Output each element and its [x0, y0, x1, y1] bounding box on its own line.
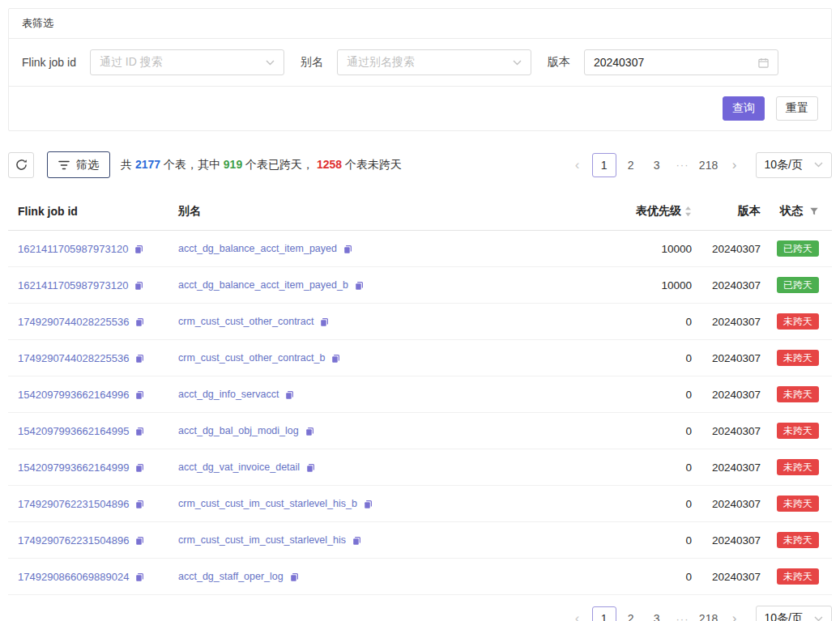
page-number-1[interactable]: 1 — [592, 606, 616, 621]
row-id-link[interactable]: 1749290744028225536 — [18, 316, 129, 328]
status-badge: 未跨天 — [777, 568, 819, 585]
cell-flink-job-id: 1542097993662164999 — [18, 461, 178, 474]
status-badge: 未跨天 — [777, 459, 819, 475]
row-version: 20240307 — [692, 534, 761, 547]
copy-icon[interactable] — [284, 389, 295, 400]
chevron-down-icon — [266, 60, 275, 66]
copy-icon[interactable] — [363, 499, 373, 509]
query-button[interactable]: 查询 — [723, 96, 765, 121]
copy-icon[interactable] — [134, 317, 145, 327]
row-alias-link[interactable]: acct_dg_vat_invoice_detail — [178, 461, 300, 473]
refresh-icon — [15, 159, 28, 171]
header-priority[interactable]: 表优先级 — [595, 204, 692, 219]
copy-icon[interactable] — [134, 572, 145, 582]
row-alias-link[interactable]: acct_dg_balance_acct_item_payed — [178, 243, 337, 254]
filter-button[interactable]: 筛选 — [47, 151, 110, 178]
summary-part: 个表未跨天 — [342, 158, 402, 171]
filter-lines-icon — [58, 160, 70, 170]
cell-flink-job-id: 1749290744028225536 — [18, 352, 178, 364]
row-priority: 0 — [595, 571, 692, 583]
pagination-top: ‹ 1 2 3 ··· 218 › 10条/页 — [565, 152, 832, 178]
copy-icon[interactable] — [330, 353, 341, 364]
page-number-3[interactable]: 3 — [646, 153, 668, 177]
cell-flink-job-id: 1749290762231504896 — [18, 498, 178, 510]
row-alias-link[interactable]: acct_dg_info_servacct — [178, 389, 279, 400]
row-version: 20240307 — [692, 279, 761, 291]
row-id-link[interactable]: 1749290762231504896 — [18, 534, 129, 547]
page-size-select[interactable]: 10条/页 — [756, 152, 832, 178]
cell-status: 未跨天 — [761, 350, 819, 366]
page-number-last[interactable]: 218 — [697, 606, 720, 621]
row-id-link[interactable]: 1542097993662164996 — [18, 389, 129, 401]
row-id-link[interactable]: 1749290744028225536 — [18, 352, 129, 364]
copy-icon[interactable] — [319, 317, 330, 327]
row-version: 20240307 — [692, 389, 761, 401]
copy-icon[interactable] — [134, 280, 144, 291]
page-size-select[interactable]: 10条/页 — [756, 606, 832, 621]
page-number-last[interactable]: 218 — [697, 153, 720, 177]
page-number-2[interactable]: 2 — [620, 153, 642, 177]
copy-icon[interactable] — [343, 244, 353, 254]
row-id-link[interactable]: 1749290762231504896 — [18, 498, 129, 510]
row-id-link[interactable]: 1621411705987973120 — [18, 243, 128, 255]
cell-alias: crm_cust_cust_im_cust_starlevel_his_b — [178, 498, 595, 509]
row-alias-link[interactable]: crm_cust_cust_im_cust_starlevel_his_b — [178, 498, 357, 509]
flink-job-id-select[interactable]: 通过 ID 搜索 — [90, 49, 284, 75]
cell-alias: crm_cust_cust_im_cust_starlevel_his — [178, 534, 595, 546]
row-alias-link[interactable]: acct_dg_balance_acct_item_payed_b — [178, 279, 348, 291]
row-id-link[interactable]: 1621411705987973120 — [18, 279, 128, 291]
copy-icon[interactable] — [134, 389, 145, 400]
row-id-link[interactable]: 1749290866069889024 — [18, 571, 129, 583]
page-number-1[interactable]: 1 — [592, 153, 616, 177]
copy-icon[interactable] — [134, 499, 145, 509]
copy-icon[interactable] — [352, 535, 362, 546]
summary-text: 共 2177 个表，其中 919 个表已跨天， 1258 个表未跨天 — [121, 158, 402, 172]
cell-status: 未跨天 — [761, 532, 819, 548]
copy-icon[interactable] — [134, 353, 145, 364]
reset-button[interactable]: 重置 — [776, 96, 818, 121]
page-ellipsis[interactable]: ··· — [672, 153, 694, 177]
row-alias-link[interactable]: crm_cust_cust_im_cust_starlevel_his — [178, 534, 346, 546]
sort-icon[interactable] — [684, 206, 692, 217]
copy-icon[interactable] — [134, 462, 145, 473]
cell-status: 已跨天 — [761, 240, 819, 257]
alias-select[interactable]: 通过别名搜索 — [337, 49, 531, 75]
page-number-3[interactable]: 3 — [646, 606, 668, 621]
copy-icon[interactable] — [289, 572, 300, 582]
chevron-down-icon — [814, 616, 823, 621]
row-id-link[interactable]: 1542097993662164995 — [18, 425, 129, 437]
refresh-button[interactable] — [8, 152, 34, 178]
prev-page-button[interactable]: ‹ — [566, 606, 589, 621]
row-alias-link[interactable]: acct_dg_bal_obj_modi_log — [178, 425, 299, 436]
copy-icon[interactable] — [305, 462, 316, 473]
cell-flink-job-id: 1749290762231504896 — [18, 534, 178, 547]
page-number-2[interactable]: 2 — [620, 606, 642, 621]
chevron-down-icon — [814, 162, 823, 168]
status-badge: 未跨天 — [777, 496, 819, 512]
prev-page-button[interactable]: ‹ — [566, 153, 589, 177]
version-date-input[interactable]: 20240307 — [584, 49, 778, 75]
copy-icon[interactable] — [305, 426, 315, 436]
summary-uncrossed-count: 1258 — [317, 158, 342, 171]
cell-alias: acct_dg_balance_acct_item_payed — [178, 243, 595, 254]
row-alias-link[interactable]: acct_dg_staff_oper_log — [178, 571, 284, 582]
copy-icon[interactable] — [354, 280, 365, 291]
next-page-button[interactable]: › — [723, 153, 746, 177]
row-alias-link[interactable]: crm_cust_cust_other_contract — [178, 316, 313, 327]
next-page-button[interactable]: › — [723, 606, 746, 621]
table: Flink job id 别名 表优先级 版本 状态 1621411705987… — [8, 193, 832, 595]
copy-icon[interactable] — [134, 244, 144, 254]
row-version: 20240307 — [692, 498, 761, 510]
cell-flink-job-id: 1749290866069889024 — [18, 571, 178, 583]
version-label: 版本 — [548, 55, 570, 70]
row-version: 20240307 — [692, 243, 761, 255]
table-header: Flink job id 别名 表优先级 版本 状态 — [8, 193, 832, 231]
copy-icon[interactable] — [134, 426, 145, 436]
funnel-filter-icon[interactable] — [809, 206, 819, 216]
copy-icon[interactable] — [134, 535, 145, 546]
header-status[interactable]: 状态 — [761, 204, 819, 219]
row-alias-link[interactable]: crm_cust_cust_other_contract_b — [178, 352, 325, 364]
table-row: 1749290762231504896 crm_cust_cust_im_cus… — [8, 522, 832, 559]
row-id-link[interactable]: 1542097993662164999 — [18, 461, 129, 474]
page-ellipsis[interactable]: ··· — [672, 606, 694, 621]
